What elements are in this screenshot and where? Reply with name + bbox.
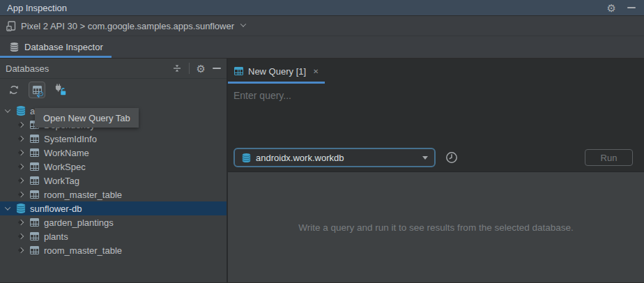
- close-tab-icon[interactable]: ✕: [313, 68, 319, 75]
- main-split: Databases ⚙: [0, 59, 644, 282]
- chevron-right-icon[interactable]: [18, 178, 24, 183]
- window-title: App Inspection: [7, 3, 67, 13]
- databases-panel-header: Databases ⚙: [0, 59, 227, 79]
- table-icon: [30, 148, 39, 157]
- tree-item-table[interactable]: room_master_table: [0, 188, 227, 201]
- query-input[interactable]: [228, 84, 644, 144]
- tooltip-text: Open New Query Tab: [43, 113, 130, 123]
- title-bar: App Inspection ⚙: [0, 0, 644, 16]
- empty-state-message: Write a query and run it to see results …: [298, 222, 573, 233]
- database-dropdown-value: androidx.work.workdb: [256, 153, 344, 163]
- tree-item-table[interactable]: SystemIdInfo: [0, 132, 227, 146]
- table-icon: [30, 162, 39, 171]
- device-icon: [6, 21, 17, 31]
- tree-item-label: WorkSpec: [44, 162, 86, 172]
- process-selector-bar[interactable]: Pixel 2 API 30 > com.google.samples.apps…: [0, 16, 644, 36]
- query-controls-row: androidx.work.workdb Run: [228, 144, 644, 171]
- collapse-all-icon[interactable]: [172, 63, 182, 73]
- chevron-down-icon: [240, 21, 246, 26]
- table-icon: [30, 176, 39, 185]
- database-dropdown[interactable]: androidx.work.workdb: [233, 148, 436, 167]
- chevron-right-icon[interactable]: [18, 136, 24, 142]
- tooltip-open-new-query-tab: Open New Query Tab: [35, 108, 139, 128]
- app-inspection-window: App Inspection ⚙ Pixel 2 API 30 > com.go…: [0, 0, 644, 283]
- open-new-query-tab-button[interactable]: [29, 82, 45, 98]
- keep-connections-open-toggle[interactable]: [52, 82, 68, 98]
- chevron-right-icon[interactable]: [18, 247, 24, 253]
- chevron-right-icon[interactable]: [18, 234, 24, 239]
- process-selector-label: Pixel 2 API 30 > com.google.samples.apps…: [21, 21, 234, 31]
- tree-item-table[interactable]: garden_plantings: [0, 215, 227, 229]
- chevron-right-icon[interactable]: [18, 122, 24, 128]
- tab-database-inspector[interactable]: Database Inspector: [0, 36, 112, 58]
- table-icon: [30, 246, 39, 254]
- chevron-right-icon[interactable]: [18, 192, 24, 197]
- tree-item-label: WorkTag: [44, 176, 79, 186]
- databases-panel-header-tools: ⚙: [172, 63, 221, 74]
- tree-item-table[interactable]: WorkSpec: [0, 160, 227, 174]
- tree-item-label: WorkName: [44, 148, 89, 158]
- tree-item-label: SystemIdInfo: [44, 134, 97, 144]
- query-editor: [228, 84, 644, 144]
- chevron-right-icon[interactable]: [18, 220, 24, 225]
- query-panel: New Query [1] ✕: [228, 59, 644, 282]
- chevron-down-icon[interactable]: [5, 204, 10, 210]
- table-icon: [30, 218, 39, 227]
- database-icon: [241, 153, 252, 163]
- tree-item-table[interactable]: room_master_table: [0, 243, 227, 257]
- chevron-down-icon[interactable]: [5, 107, 10, 112]
- table-icon: [30, 232, 39, 240]
- query-history-icon[interactable]: [445, 151, 458, 164]
- tree-item-table[interactable]: WorkName: [0, 146, 227, 160]
- databases-panel: Databases ⚙: [0, 59, 228, 282]
- table-icon: [30, 135, 39, 143]
- tree-item-label: sunflower-db: [30, 204, 82, 214]
- chevron-right-icon[interactable]: [18, 150, 24, 155]
- tree-item-label: plants: [44, 231, 68, 242]
- tab-new-query[interactable]: New Query [1] ✕: [228, 59, 325, 84]
- query-results-area: Write a query and run it to see results …: [228, 171, 644, 282]
- inspector-tab-bar: Database Inspector: [0, 36, 644, 59]
- table-icon: [234, 67, 243, 75]
- settings-gear-icon[interactable]: ⚙: [607, 3, 616, 13]
- tree-item-database-selected[interactable]: sunflower-db: [0, 201, 227, 215]
- magnifier-icon: [38, 91, 43, 96]
- databases-tree: androidx.work.workdb Dependency SystemId…: [0, 100, 227, 282]
- panel-options-gear-icon[interactable]: ⚙: [197, 63, 206, 74]
- query-tab-strip: New Query [1] ✕: [228, 59, 644, 84]
- dropdown-arrow-icon: [422, 156, 428, 160]
- tab-label: Database Inspector: [24, 42, 103, 52]
- database-icon: [15, 105, 26, 116]
- tree-item-label: room_master_table: [44, 190, 122, 200]
- database-icon: [9, 42, 20, 52]
- chevron-right-icon[interactable]: [18, 164, 24, 169]
- tree-item-label: garden_plantings: [44, 217, 114, 228]
- databases-panel-title: Databases: [6, 63, 49, 74]
- hide-panel-icon[interactable]: [627, 7, 636, 8]
- tree-item-label: room_master_table: [44, 245, 122, 256]
- run-query-button[interactable]: Run: [585, 149, 633, 166]
- refresh-databases-button[interactable]: [6, 82, 22, 98]
- toolbar-separator: [189, 63, 190, 74]
- database-icon: [15, 203, 26, 214]
- tab-label: New Query [1]: [248, 66, 306, 77]
- table-icon: [30, 190, 39, 199]
- minimize-panel-icon[interactable]: [213, 68, 221, 69]
- databases-toolbar: [0, 79, 227, 100]
- tree-item-table[interactable]: WorkTag: [0, 174, 227, 188]
- tree-item-table[interactable]: plants: [0, 229, 227, 243]
